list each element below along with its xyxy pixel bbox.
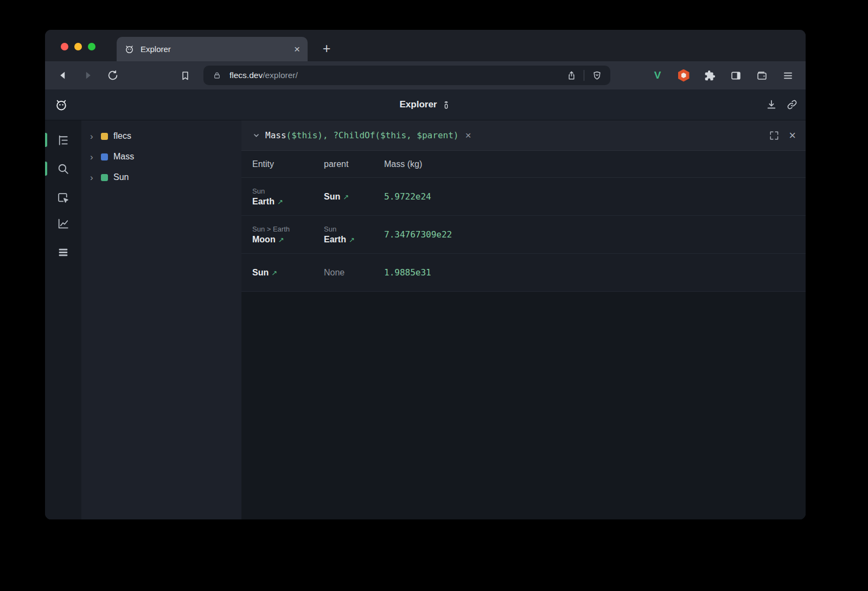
- browser-tab-bar: Explorer × +: [45, 30, 806, 61]
- hexagon-shape: [678, 69, 690, 82]
- vue-devtools-icon[interactable]: V: [648, 66, 667, 85]
- page-title: Explorer: [400, 99, 451, 110]
- extensions-puzzle-icon[interactable]: [700, 66, 719, 85]
- entity-cell: Sun Earth↗: [252, 187, 324, 207]
- mass-cell: 1.9885e31: [384, 267, 806, 278]
- url-text: flecs.dev/explorer/: [229, 70, 298, 80]
- chevron-right-icon[interactable]: ›: [90, 152, 98, 162]
- bookmark-icon[interactable]: [176, 66, 194, 85]
- parent-path-label: Sun: [324, 225, 384, 233]
- entity-path-label: Sun > Earth: [252, 225, 324, 233]
- explorer-header: Explorer: [45, 89, 806, 120]
- address-bar[interactable]: flecs.dev/explorer/: [203, 66, 610, 85]
- entity-color-swatch: [101, 153, 108, 160]
- entity-link[interactable]: Moon↗: [252, 235, 324, 245]
- parent-link[interactable]: Earth↗: [324, 235, 384, 245]
- query-rest: ($this), ?ChildOf($this, $parent): [286, 130, 459, 140]
- extensions-cluster: V: [648, 66, 797, 85]
- url-domain: flecs.dev: [229, 70, 263, 80]
- chevron-right-icon[interactable]: ›: [90, 132, 98, 141]
- external-link-icon: ↗: [271, 269, 277, 277]
- tree-item-mass[interactable]: › Mass: [81, 146, 241, 167]
- active-indicator-tree: [45, 133, 47, 147]
- mass-value: 1.9885e31: [384, 267, 806, 278]
- entity-name: Sun: [252, 268, 269, 278]
- brave-shield-icon[interactable]: [590, 68, 604, 82]
- stats-chart-icon[interactable]: [56, 216, 71, 231]
- tree-item-label: flecs: [113, 131, 131, 141]
- lock-icon: [210, 68, 224, 82]
- tree-item-label: Sun: [113, 172, 129, 182]
- window-controls: [61, 43, 95, 50]
- parent-name: Earth: [324, 235, 346, 245]
- urlbar-separator: [584, 70, 584, 81]
- parent-cell: Sun↗: [324, 192, 384, 202]
- tree-item-sun[interactable]: › Sun: [81, 167, 241, 188]
- entity-link[interactable]: Sun↗: [252, 268, 324, 278]
- parent-link[interactable]: Sun↗: [324, 192, 384, 202]
- menu-hamburger-icon[interactable]: [778, 66, 797, 85]
- inspector-icon[interactable]: [56, 190, 71, 205]
- mass-cell: 5.9722e24: [384, 191, 806, 202]
- wallet-icon[interactable]: [752, 66, 771, 85]
- minimize-window-button[interactable]: [74, 43, 82, 50]
- new-tab-button[interactable]: +: [318, 40, 335, 56]
- active-indicator-query: [45, 162, 47, 176]
- query-expression[interactable]: Mass($this), ?ChildOf($this, $parent): [265, 130, 458, 140]
- column-header-parent[interactable]: parent: [324, 159, 384, 169]
- mass-value: 7.34767309e22: [384, 229, 806, 240]
- tree-item-label: Mass: [113, 152, 134, 162]
- header-actions: [764, 98, 799, 112]
- link-icon[interactable]: [785, 98, 799, 112]
- browser-toolbar: flecs.dev/explorer/ V: [45, 61, 806, 89]
- query-bar: Mass($this), ?ChildOf($this, $parent) × …: [241, 120, 806, 151]
- close-window-button[interactable]: [61, 43, 68, 50]
- tab-favicon-flecs-logo-icon: [124, 44, 135, 54]
- reload-button[interactable]: [104, 66, 122, 85]
- flecs-logo-icon[interactable]: [54, 98, 68, 112]
- mass-cell: 7.34767309e22: [384, 229, 806, 240]
- panel-close-icon[interactable]: ×: [789, 130, 796, 142]
- console-log-icon[interactable]: [56, 245, 71, 260]
- browser-tab[interactable]: Explorer ×: [117, 37, 308, 61]
- parent-none-label: None: [324, 268, 384, 278]
- search-icon[interactable]: [56, 162, 71, 176]
- entity-path-label: Sun: [252, 187, 324, 195]
- external-link-icon: ↗: [349, 236, 355, 244]
- results-table-header: Entity parent Mass (kg): [241, 151, 806, 178]
- entity-color-swatch: [101, 133, 108, 140]
- external-link-icon: ↗: [277, 198, 283, 206]
- tree-item-flecs[interactable]: › flecs: [81, 126, 241, 146]
- query-term: Mass: [265, 130, 286, 140]
- fullscreen-icon[interactable]: [768, 130, 780, 142]
- query-panel: Mass($this), ?ChildOf($this, $parent) × …: [241, 120, 806, 519]
- tab-close-icon[interactable]: ×: [294, 44, 300, 54]
- entity-name: Moon: [252, 235, 276, 245]
- back-button[interactable]: [54, 66, 72, 85]
- external-link-icon: ↗: [278, 236, 284, 244]
- parent-name: Sun: [324, 192, 340, 202]
- column-header-entity[interactable]: Entity: [252, 159, 324, 169]
- sidebar-toggle-icon[interactable]: [726, 66, 745, 85]
- forward-button[interactable]: [79, 66, 97, 85]
- entity-color-swatch: [101, 174, 108, 181]
- external-link-icon: ↗: [343, 193, 349, 201]
- zoom-window-button[interactable]: [88, 43, 95, 50]
- url-path: /explorer/: [263, 70, 298, 80]
- parent-cell: None: [324, 268, 384, 278]
- share-icon[interactable]: [564, 68, 578, 82]
- download-icon[interactable]: [764, 98, 778, 112]
- column-header-mass[interactable]: Mass (kg): [384, 159, 806, 169]
- parent-cell: Sun Earth↗: [324, 225, 384, 245]
- tree-view-icon[interactable]: [56, 133, 71, 147]
- entity-link[interactable]: Earth↗: [252, 197, 324, 207]
- desktop-background: Explorer × +: [0, 0, 868, 591]
- chevron-down-icon[interactable]: [251, 131, 261, 140]
- table-row: Sun > Earth Moon↗ Sun Earth↗ 7.34767309e…: [241, 216, 806, 254]
- tab-title: Explorer: [141, 44, 288, 54]
- query-clear-icon[interactable]: ×: [465, 130, 471, 140]
- entity-tree-panel: › flecs › Mass › Sun: [81, 120, 241, 519]
- explorer-body: › flecs › Mass › Sun: [45, 120, 806, 519]
- hexagon-extension-icon[interactable]: [674, 66, 693, 85]
- chevron-right-icon[interactable]: ›: [90, 173, 98, 182]
